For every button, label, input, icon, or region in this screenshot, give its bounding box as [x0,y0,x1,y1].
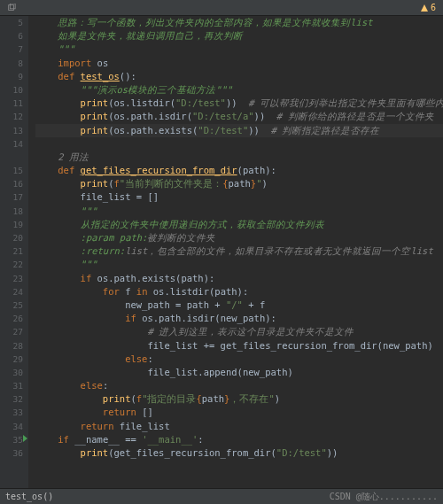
watermark: CSDN @随心........... [330,491,438,503]
copy-icon[interactable] [7,4,16,12]
code-line[interactable]: else: [35,379,443,392]
code-line[interactable]: def get_files_recursion_from_dir(path): [35,164,443,177]
line-number: 12 [0,110,23,123]
line-number [0,151,23,164]
line-number: 16 [0,177,23,190]
line-number: 24 [0,285,23,299]
code-line[interactable]: return file_list [35,420,443,433]
warning-icon [420,4,429,12]
editor-top-bar: 6 [0,0,443,16]
line-number: 32 [0,392,23,406]
code-line[interactable]: # 进入到这里，表示这个目录是文件夹不是文件 [35,325,443,338]
code-line[interactable]: if os.path.isdir(new_path): [35,312,443,325]
code-line[interactable]: new_path = path + "/" + f [35,299,443,312]
line-number: 29 [0,353,23,366]
line-gutter: 5678910111213141516171819202122232425262… [0,16,28,488]
code-line[interactable]: print(f"指定的目录{path}，不存在") [35,392,443,406]
line-number: 31 [0,379,23,392]
code-line[interactable]: return [] [35,406,443,419]
svg-rect-1 [10,4,15,9]
code-line[interactable]: file_list = [] [35,190,443,204]
line-number: 22 [0,258,23,271]
code-line[interactable] [35,137,443,151]
line-number: 11 [0,97,23,110]
status-bar: test_os() CSDN @随心........... [0,488,443,504]
line-number: 26 [0,312,23,325]
code-line[interactable]: """ [35,43,443,56]
code-line[interactable]: print(f"当前判断的文件夹是：{path}") [35,177,443,190]
code-line[interactable]: print(get_files_recursion_from_dir("D:/t… [35,446,443,460]
line-number: 6 [0,29,23,43]
line-number: 23 [0,272,23,285]
code-line[interactable]: else: [35,353,443,366]
svg-rect-0 [9,4,14,10]
code-line[interactable]: 2 用法 [35,151,443,164]
line-number: 17 [0,190,23,204]
warnings-badge[interactable]: 6 [420,3,436,12]
line-number: 34 [0,420,23,433]
code-line[interactable]: file_list.append(new_path) [35,366,443,379]
line-number: 27 [0,325,23,338]
code-line[interactable]: """ [35,205,443,218]
run-gutter-icon[interactable] [23,435,27,442]
code-line[interactable]: 思路：写一个函数，列出文件夹内的全部内容，如果是文件就收集到list [35,16,443,29]
code-line[interactable]: print(os.listdir("D:/test")) # 可以帮我们列举出指… [35,97,443,110]
code-line[interactable]: :param path:被判断的文件夹 [35,231,443,244]
code-editor[interactable]: 5678910111213141516171819202122232425262… [0,16,443,488]
line-number: 28 [0,339,23,353]
line-number: 14 [0,137,23,151]
breadcrumb[interactable]: test_os() [5,492,53,501]
line-number: 9 [0,70,23,83]
code-line[interactable]: if os.path.exists(path): [35,272,443,285]
code-line[interactable]: """ [35,258,443,271]
code-area[interactable]: 思路：写一个函数，列出文件夹内的全部内容，如果是文件就收集到list 如果是文件… [28,16,443,488]
top-left-controls [7,4,16,12]
code-line[interactable]: :return:list，包含全部的文件，如果目录不存在或者无文件就返回一个空l… [35,244,443,258]
code-line[interactable]: print(os.path.exists("D:/test")) # 判断指定路… [35,124,443,137]
code-line[interactable]: """演示os模块的三个基础方法""" [35,83,443,97]
line-number: 19 [0,218,23,231]
line-number: 21 [0,244,23,258]
code-line[interactable]: def test_os(): [35,70,443,83]
line-number: 35 [0,433,23,446]
line-number: 30 [0,366,23,379]
line-number: 13 [0,124,23,137]
line-number: 7 [0,43,23,56]
line-number: 20 [0,231,23,244]
code-line[interactable]: 如果是文件夹，就递归调用自己，再次判断 [35,29,443,43]
code-line[interactable]: 从指定的文件夹中使用递归的方式，获取全部的文件列表 [35,218,443,231]
line-number: 18 [0,205,23,218]
code-line[interactable]: import os [35,57,443,70]
line-number: 10 [0,83,23,97]
code-line[interactable]: file_list += get_files_recursion_from_di… [35,339,443,353]
code-line[interactable]: if __name__ == '__main__': [35,433,443,446]
line-number: 15 [0,164,23,177]
code-line[interactable]: print(os.path.isdir("D:/test/a")) # 判断你给… [35,110,443,123]
line-number: 33 [0,406,23,419]
line-number: 25 [0,299,23,312]
line-number: 5 [0,16,23,29]
line-number: 36 [0,446,23,460]
line-number: 8 [0,57,23,70]
code-line[interactable]: for f in os.listdir(path): [35,285,443,299]
warning-count: 6 [431,3,436,12]
